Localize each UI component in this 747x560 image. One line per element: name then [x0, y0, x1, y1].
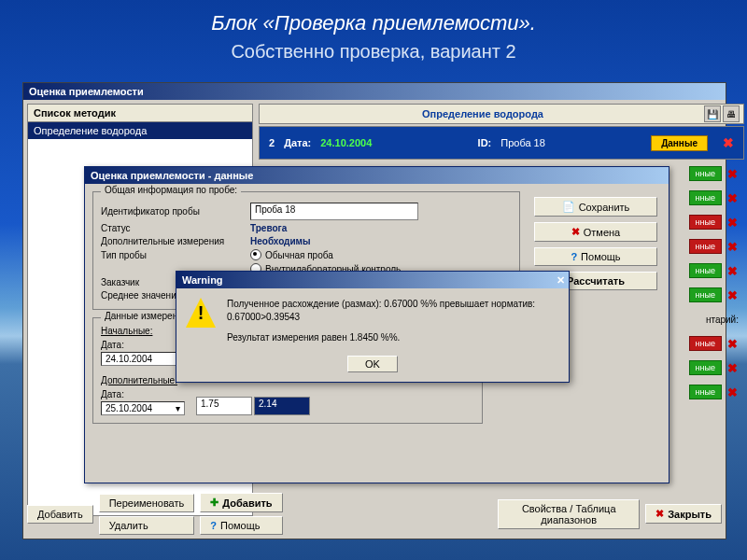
sidebar-item-method[interactable]: Определение водорода	[28, 122, 252, 139]
data-dialog-titlebar: Оценка приемлемости - данные	[85, 167, 669, 184]
status-badge: нные	[689, 263, 722, 278]
id-field[interactable]: Проба 18	[250, 203, 418, 220]
sidebar-header: Список методик	[28, 105, 252, 122]
date-label: Дата:	[101, 389, 185, 399]
slide-subtitle: Собственно проверка, вариант 2	[0, 41, 747, 63]
warning-titlebar: Warning✕	[176, 272, 569, 288]
row-close-icon[interactable]: ✖	[726, 337, 739, 351]
date2-input[interactable]: 25.10.2004▾	[101, 401, 185, 415]
warning-ok-button[interactable]: OK	[347, 356, 398, 372]
warning-icon: !	[186, 298, 216, 328]
row-close-icon[interactable]: ✖	[726, 216, 739, 230]
radio-normal[interactable]	[250, 249, 261, 260]
add-button[interactable]: Добавить	[27, 505, 93, 524]
close-icon[interactable]: ✖	[723, 135, 734, 150]
status-badge: нные	[689, 166, 722, 181]
status-badge: нные	[689, 287, 722, 302]
id-label: ID:	[478, 137, 492, 148]
dlg-help-button[interactable]: ?Помощь	[534, 247, 657, 266]
val-cell-1[interactable]: 1.75	[196, 397, 252, 415]
rename-button[interactable]: Переименовать	[99, 494, 195, 512]
help-button[interactable]: ?Помощь	[200, 516, 282, 535]
delete-button[interactable]: Удалить	[99, 516, 195, 535]
row-close-icon[interactable]: ✖	[726, 385, 739, 399]
warning-close-icon[interactable]: ✕	[557, 272, 565, 288]
extra-label: Дополнительные измерения	[101, 236, 250, 246]
panel-title: Определение водорода	[263, 108, 702, 119]
status-badge: нные	[689, 215, 722, 230]
type-label: Тип пробы	[101, 250, 250, 260]
radio-normal-label: Обычная проба	[265, 250, 333, 260]
warning-dialog: Warning✕ ! Полученное расхождение (разма…	[176, 271, 570, 383]
warning-text: Полученное расхождение (размах): 0.67000…	[227, 298, 535, 344]
group-legend: Общая информация по пробе:	[101, 185, 241, 195]
dlg-save-button[interactable]: 📄Сохранить	[534, 197, 657, 217]
val-cell-2[interactable]: 2.14	[254, 397, 310, 415]
id-label: Идентификатор пробы	[101, 206, 250, 217]
row-close-icon[interactable]: ✖	[726, 191, 739, 205]
save-icon[interactable]: 💾	[704, 105, 721, 122]
status-label: Статус	[101, 223, 250, 233]
date-label: Дата:	[101, 340, 185, 350]
bottom-bar: Добавить Переименовать Удалить ✚Добавить…	[27, 493, 722, 535]
status-badge: нные	[689, 239, 722, 254]
add2-button[interactable]: ✚Добавить	[200, 493, 282, 512]
status-badge: нные	[689, 336, 722, 351]
row-close-icon[interactable]: ✖	[726, 361, 739, 375]
row-close-icon[interactable]: ✖	[726, 264, 739, 278]
props-button[interactable]: Свойства / Таблица диапазонов	[498, 499, 640, 529]
panel-header: Определение водорода 💾 🖶	[259, 104, 744, 124]
status-badge: нные	[689, 385, 722, 399]
row-close-icon[interactable]: ✖	[726, 288, 739, 302]
close-button[interactable]: ✖Закрыть	[645, 504, 722, 524]
dlg-cancel-button[interactable]: ✖Отмена	[534, 222, 657, 242]
print-icon[interactable]: 🖶	[723, 105, 740, 122]
row-close-icon[interactable]: ✖	[726, 167, 739, 181]
id-value: Проба 18	[500, 137, 545, 148]
status-value: Тревога	[250, 223, 287, 233]
extra-value: Необходимы	[250, 236, 311, 246]
date-label: Дата:	[284, 137, 311, 148]
slide-title: Блок «Проверка приемлемости».	[0, 0, 747, 41]
status-badge: нные	[689, 360, 722, 375]
main-titlebar: Оценка приемлемости	[23, 83, 726, 100]
row-close-icon[interactable]: ✖	[726, 240, 739, 254]
info-strip: 2 Дата: 24.10.2004 ID: Проба 18 Данные ✖	[259, 126, 744, 160]
status-badge: нные	[689, 190, 722, 205]
comment-label: нтарий:	[706, 315, 739, 325]
data-button[interactable]: Данные	[651, 135, 708, 151]
date1-input[interactable]: 24.10.2004▾	[101, 352, 185, 366]
date-value: 24.10.2004	[320, 137, 372, 148]
meas-legend: Данные измерени	[101, 311, 187, 321]
